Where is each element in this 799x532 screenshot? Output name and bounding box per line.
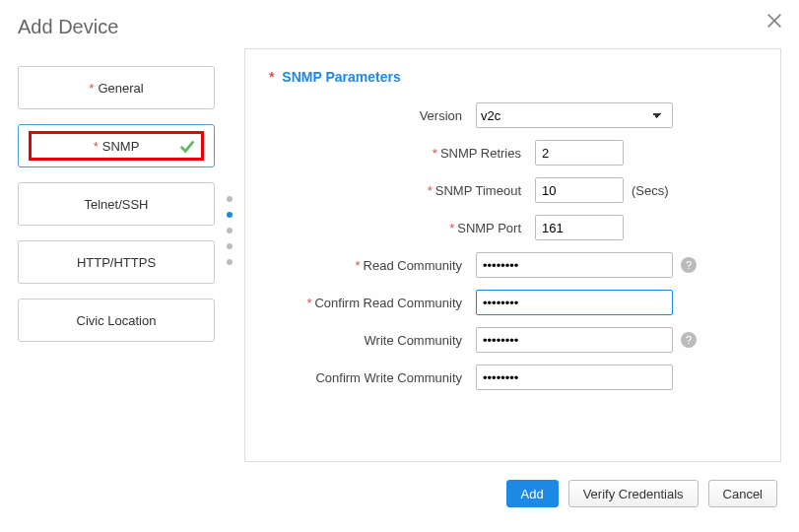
read-community-label: *Read Community	[269, 258, 476, 273]
check-icon	[178, 137, 196, 158]
dot-active	[227, 212, 233, 218]
sidebar-item-label: Civic Location	[77, 313, 157, 328]
required-marker: *	[89, 81, 94, 96]
read-community-input[interactable]	[476, 252, 673, 278]
sidebar-item-label: HTTP/HTTPS	[77, 255, 156, 270]
sidebar-item-telnet-ssh[interactable]: Telnet/SSH	[18, 182, 215, 226]
dot	[227, 243, 233, 249]
timeout-suffix: (Secs)	[632, 183, 669, 198]
version-select[interactable]: v2c	[476, 102, 673, 128]
snmp-retries-label: *SNMP Retries	[328, 146, 535, 161]
sidebar-item-general[interactable]: * General	[18, 66, 215, 109]
dialog-footer: Add Verify Credentials Cancel	[18, 462, 781, 507]
snmp-timeout-input[interactable]	[535, 177, 624, 203]
sidebar-item-http-https[interactable]: HTTP/HTTPS	[18, 240, 215, 284]
sidebar-item-label: General	[98, 81, 143, 96]
help-icon[interactable]: ?	[681, 332, 697, 348]
sidebar-item-label: Telnet/SSH	[84, 197, 148, 212]
confirm-write-community-input[interactable]	[476, 365, 673, 390]
add-button[interactable]: Add	[506, 480, 559, 507]
confirm-read-community-input[interactable]	[476, 290, 673, 315]
cancel-button[interactable]: Cancel	[708, 480, 777, 507]
section-title: SNMP Parameters	[282, 69, 400, 85]
step-dots	[215, 48, 244, 462]
sidebar-item-civic-location[interactable]: Civic Location	[18, 299, 215, 342]
snmp-timeout-label: *SNMP Timeout	[328, 183, 535, 198]
version-label: Version	[269, 108, 476, 123]
add-device-dialog: Add Device * General * SNMP Telnet/SSH H…	[0, 0, 799, 532]
write-community-input[interactable]	[476, 327, 673, 353]
section-heading: * SNMP Parameters	[269, 69, 757, 85]
sidebar: * General * SNMP Telnet/SSH HTTP/HTTPS C…	[18, 48, 215, 462]
dot	[227, 259, 233, 265]
required-marker: *	[269, 69, 274, 85]
snmp-port-input[interactable]	[535, 215, 624, 240]
dot	[227, 228, 233, 233]
verify-credentials-button[interactable]: Verify Credentials	[568, 480, 699, 507]
snmp-retries-input[interactable]	[535, 140, 624, 166]
help-icon[interactable]: ?	[681, 257, 697, 273]
confirm-read-community-label: *Confirm Read Community	[269, 296, 476, 310]
sidebar-item-snmp[interactable]: * SNMP	[18, 124, 215, 167]
write-community-label: Write Community	[269, 333, 476, 348]
dialog-title: Add Device	[18, 16, 781, 38]
dot	[227, 196, 233, 202]
main-panel: * SNMP Parameters Version v2c *SNMP Retr…	[244, 48, 781, 462]
snmp-port-label: *SNMP Port	[328, 221, 535, 235]
close-icon[interactable]	[766, 12, 783, 33]
confirm-write-community-label: Confirm Write Community	[269, 370, 476, 385]
